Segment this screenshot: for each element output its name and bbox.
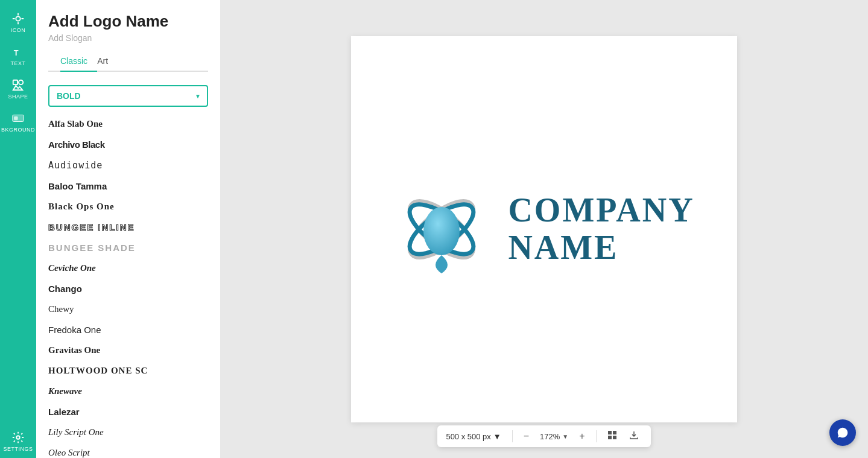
canvas-size-label: 500 x 500 px [446,432,490,441]
svg-rect-12 [608,431,612,434]
canvas-wrapper: COMPANY NAME [351,36,737,422]
sidebar-item-shape-label: SHAPE [8,94,28,100]
tab-classic[interactable]: Classic [60,51,97,72]
left-panel: Add Logo Name Add Slogan Classic Art BOL… [36,0,220,458]
svg-rect-5 [14,116,17,120]
svg-point-0 [16,16,20,21]
font-list-item[interactable]: Chewy [48,299,208,320]
logo-name-title: Add Logo Name [48,12,208,31]
grid-icon [607,430,617,440]
download-icon [629,430,639,440]
zoom-level-label: 172% [540,432,560,441]
font-list-item[interactable]: Lalezar [48,402,208,422]
chat-icon [836,426,849,439]
font-list-item[interactable]: Archivo Black [48,135,208,155]
sidebar-item-settings[interactable]: SETTINGS [0,425,36,458]
sidebar-item-settings-label: SETTINGS [3,446,33,452]
font-list-item[interactable]: Audiowide [48,155,208,176]
sidebar-item-icon[interactable]: ICON [0,6,36,39]
sidebar-item-shape[interactable]: SHAPE [0,72,36,106]
download-button[interactable] [626,429,642,444]
main-area: COMPANY NAME 500 x 500 px ▼ − 172% ▼ + [220,0,868,458]
font-list-item[interactable]: HOLTWOOD ONE SC [48,361,208,381]
svg-text:T: T [14,48,19,57]
font-list-item[interactable]: Ceviche One [48,258,208,279]
logo-slogan: Add Slogan [48,33,208,43]
svg-point-11 [423,207,460,255]
canvas-size-arrow: ▼ [493,432,501,441]
icon-icon [11,12,25,25]
toolbar-divider-2 [596,430,597,442]
toolbar-divider-1 [512,430,513,442]
font-list-item[interactable]: Black Ops One [48,197,208,217]
font-list-item[interactable]: Chango [48,279,208,299]
filter-select-wrapper: BOLD THIN SCRIPT [48,85,208,107]
font-list-item[interactable]: Fredoka One [48,320,208,340]
sidebar-item-text[interactable]: T TEXT [0,39,36,72]
font-list: Alfa Slab OneArchivo BlackAudiowideBaloo… [36,114,220,458]
font-list-item[interactable]: Baloo Tamma [48,176,208,197]
font-list-item[interactable]: Gravitas One [48,340,208,361]
font-list-item[interactable]: Oleo Script [48,443,208,458]
shape-icon [11,78,25,92]
svg-rect-14 [608,436,612,439]
svg-point-6 [16,436,20,439]
sidebar-item-background-label: BKGROUND [1,127,35,133]
logo-text-block: COMPANY NAME [508,192,694,266]
tab-art[interactable]: Art [97,51,118,72]
svg-rect-2 [13,80,17,84]
panel-header: Add Logo Name Add Slogan Classic Art [36,0,220,78]
zoom-in-button[interactable]: + [575,430,588,443]
svg-point-3 [19,80,23,84]
zoom-dropdown-arrow: ▼ [562,433,568,440]
zoom-out-button[interactable]: − [520,430,533,443]
sidebar: ICON T TEXT SHAPE BKGROUND SETTINGS [0,0,36,458]
logo-icon [393,178,490,281]
sidebar-item-icon-label: ICON [11,27,26,33]
background-icon [11,112,25,125]
zoom-display[interactable]: 172% ▼ [537,432,571,441]
filter-row: BOLD THIN SCRIPT [36,78,220,114]
sidebar-item-background[interactable]: BKGROUND [0,106,36,139]
font-list-item[interactable]: Knewave [48,381,208,402]
font-list-item[interactable]: Lily Script One [48,422,208,443]
font-list-item[interactable]: BUNGEE SHADE [48,238,208,258]
logo-preview: COMPANY NAME [393,178,694,281]
svg-rect-13 [613,431,616,434]
grid-view-button[interactable] [604,429,621,444]
text-icon: T [11,45,25,59]
company-name-line2: NAME [508,229,694,267]
sidebar-item-text-label: TEXT [10,60,25,66]
svg-rect-15 [613,436,616,439]
font-list-item[interactable]: BUNGEE INLINE [48,217,208,238]
canvas-size-display[interactable]: 500 x 500 px ▼ [446,432,504,441]
bottom-toolbar: 500 x 500 px ▼ − 172% ▼ + [437,425,650,447]
font-list-item[interactable]: Alfa Slab One [48,114,208,135]
company-name-line1: COMPANY [508,192,694,229]
settings-icon [11,431,25,444]
font-filter-select[interactable]: BOLD THIN SCRIPT [48,85,208,107]
tabs-row: Classic Art [48,51,208,72]
chat-bubble[interactable] [829,419,856,446]
